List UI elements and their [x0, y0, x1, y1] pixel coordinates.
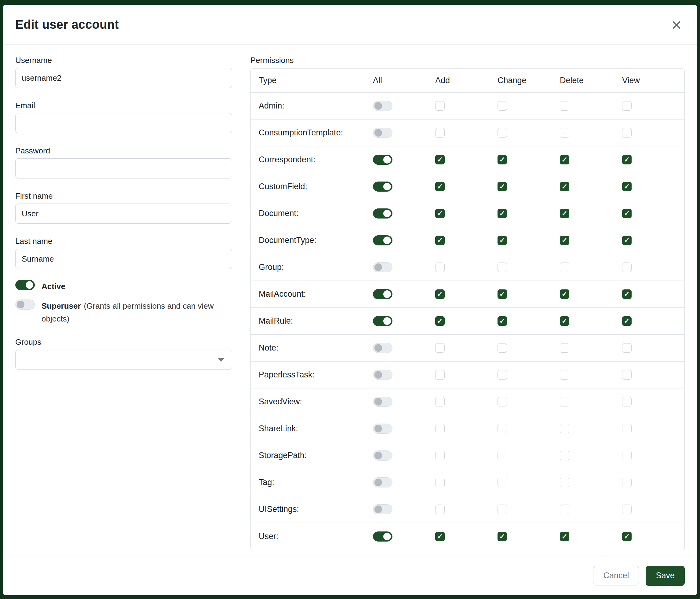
permission-change-checkbox[interactable] — [498, 343, 507, 353]
permission-add-checkbox[interactable] — [435, 505, 445, 514]
permission-delete-checkbox[interactable] — [560, 263, 569, 272]
permission-change-checkbox[interactable]: ✓ — [498, 289, 507, 299]
permission-all-toggle[interactable] — [373, 370, 393, 380]
permission-delete-checkbox[interactable]: ✓ — [560, 209, 569, 218]
permission-all-toggle[interactable] — [373, 235, 393, 245]
permission-add-checkbox[interactable]: ✓ — [435, 182, 445, 191]
permission-delete-checkbox[interactable]: ✓ — [560, 155, 569, 164]
modal-footer: Cancel Save — [3, 556, 697, 595]
permission-view-checkbox[interactable]: ✓ — [622, 289, 632, 299]
permission-view-checkbox[interactable] — [622, 397, 632, 406]
permission-delete-checkbox[interactable] — [560, 101, 569, 111]
permission-add-checkbox[interactable]: ✓ — [435, 236, 445, 245]
permission-delete-checkbox[interactable] — [560, 424, 569, 433]
permission-all-toggle[interactable] — [373, 101, 393, 111]
permission-change-checkbox[interactable]: ✓ — [498, 155, 507, 164]
permission-all-toggle[interactable] — [373, 397, 393, 407]
permission-delete-checkbox[interactable]: ✓ — [560, 236, 569, 245]
permission-all-toggle[interactable] — [373, 262, 393, 272]
permission-delete-checkbox[interactable] — [560, 505, 569, 514]
permission-change-checkbox[interactable] — [498, 101, 507, 111]
permission-delete-checkbox[interactable] — [560, 343, 569, 353]
superuser-toggle[interactable] — [15, 300, 35, 310]
permission-delete-checkbox[interactable] — [560, 397, 569, 406]
permission-view-checkbox[interactable] — [622, 478, 632, 487]
permission-change-checkbox[interactable] — [498, 370, 507, 380]
permission-view-checkbox[interactable]: ✓ — [622, 532, 632, 541]
permission-add-checkbox[interactable] — [435, 101, 445, 111]
permission-change-checkbox[interactable] — [498, 451, 507, 460]
permission-add-checkbox[interactable]: ✓ — [435, 155, 445, 164]
permission-view-checkbox[interactable]: ✓ — [622, 155, 632, 164]
first-name-input[interactable] — [15, 203, 232, 224]
permission-add-checkbox[interactable] — [435, 343, 445, 353]
permission-add-checkbox[interactable]: ✓ — [435, 316, 445, 326]
password-input[interactable] — [15, 158, 232, 178]
permission-view-checkbox[interactable] — [622, 263, 632, 272]
permission-change-checkbox[interactable] — [498, 424, 507, 433]
permission-add-checkbox[interactable] — [435, 128, 445, 138]
permission-add-checkbox[interactable]: ✓ — [435, 209, 445, 218]
permission-change-checkbox[interactable]: ✓ — [498, 316, 507, 326]
close-icon[interactable]: × — [670, 16, 683, 33]
permission-view-checkbox[interactable] — [622, 370, 632, 380]
permission-view-checkbox[interactable]: ✓ — [622, 209, 632, 218]
permission-view-checkbox[interactable]: ✓ — [622, 182, 632, 191]
groups-select[interactable] — [15, 350, 232, 370]
permission-view-checkbox[interactable] — [622, 128, 632, 138]
permission-add-checkbox[interactable] — [435, 397, 445, 406]
permission-delete-checkbox[interactable]: ✓ — [560, 289, 569, 299]
save-button[interactable]: Save — [646, 566, 685, 586]
last-name-input[interactable] — [15, 249, 232, 269]
permission-all-toggle[interactable] — [373, 531, 393, 542]
permission-add-checkbox[interactable] — [435, 424, 445, 433]
permission-change-checkbox[interactable] — [498, 505, 507, 514]
active-toggle[interactable] — [15, 280, 35, 290]
permission-view-checkbox[interactable]: ✓ — [622, 316, 632, 326]
groups-field-group: Groups — [15, 337, 232, 370]
permission-change-checkbox[interactable] — [498, 478, 507, 487]
permission-change-checkbox[interactable]: ✓ — [498, 182, 507, 191]
permission-add-checkbox[interactable] — [435, 370, 445, 380]
permission-change-checkbox[interactable] — [498, 397, 507, 406]
permission-view-checkbox[interactable]: ✓ — [622, 236, 632, 245]
cancel-button[interactable]: Cancel — [593, 566, 639, 586]
permission-delete-checkbox[interactable] — [560, 370, 569, 380]
permission-all-toggle[interactable] — [373, 128, 393, 138]
permission-view-checkbox[interactable] — [622, 343, 632, 353]
username-input[interactable] — [15, 68, 232, 88]
permission-all-toggle[interactable] — [373, 343, 393, 353]
permission-all-toggle[interactable] — [373, 209, 393, 218]
permission-view-checkbox[interactable] — [622, 424, 632, 433]
permission-change-checkbox[interactable]: ✓ — [498, 532, 507, 541]
permission-delete-checkbox[interactable]: ✓ — [560, 316, 569, 326]
permission-add-checkbox[interactable] — [435, 263, 445, 272]
permission-add-checkbox[interactable]: ✓ — [435, 532, 445, 541]
permission-change-checkbox[interactable] — [498, 128, 507, 138]
permission-change-checkbox[interactable]: ✓ — [498, 236, 507, 245]
permission-all-toggle[interactable] — [373, 504, 393, 514]
permission-delete-checkbox[interactable] — [560, 478, 569, 487]
permission-all-toggle[interactable] — [373, 316, 393, 326]
permission-add-checkbox[interactable]: ✓ — [435, 289, 445, 299]
email-input[interactable] — [15, 113, 232, 133]
permission-change-checkbox[interactable] — [498, 263, 507, 272]
permission-delete-checkbox[interactable] — [560, 128, 569, 138]
permission-add-checkbox[interactable] — [435, 451, 445, 460]
permission-all-toggle[interactable] — [373, 424, 393, 434]
permission-all-toggle[interactable] — [373, 289, 393, 299]
permission-delete-checkbox[interactable]: ✓ — [560, 182, 569, 191]
toggle-knob — [383, 533, 391, 540]
permission-all-toggle[interactable] — [373, 477, 393, 487]
permission-view-checkbox[interactable] — [622, 505, 632, 514]
permission-delete-checkbox[interactable] — [560, 451, 569, 460]
permission-view-checkbox[interactable] — [622, 101, 632, 111]
permission-all-toggle[interactable] — [373, 154, 393, 165]
permission-all-toggle[interactable] — [373, 451, 393, 460]
permission-view-checkbox[interactable] — [622, 451, 632, 460]
permission-delete-checkbox[interactable]: ✓ — [560, 532, 569, 541]
permission-change-checkbox[interactable]: ✓ — [498, 209, 507, 218]
permission-all-toggle[interactable] — [373, 182, 393, 192]
permission-add-checkbox[interactable] — [435, 478, 445, 487]
toggle-knob — [383, 317, 391, 325]
